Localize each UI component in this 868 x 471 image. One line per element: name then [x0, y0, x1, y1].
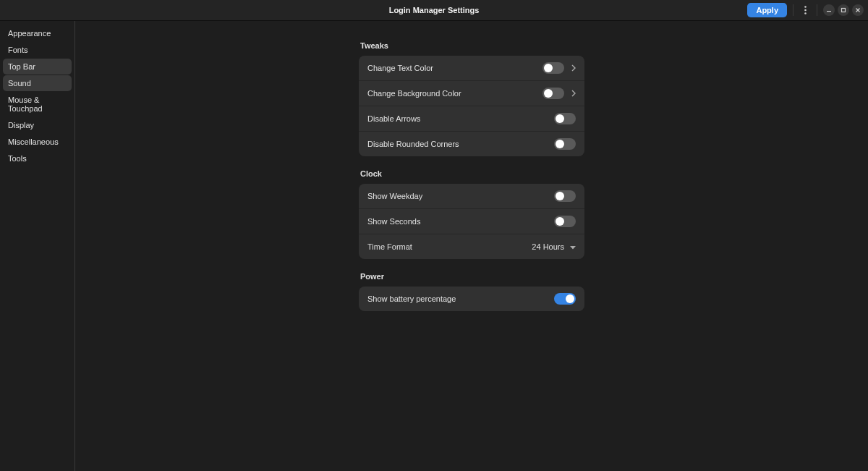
chevron-right-icon: [571, 90, 576, 97]
window-title: Login Manager Settings: [389, 6, 480, 14]
row-change-text-color[interactable]: Change Text Color: [359, 56, 584, 81]
toggle-show-weekday[interactable]: [554, 190, 576, 202]
minimize-button[interactable]: [823, 4, 835, 16]
svg-point-1: [804, 9, 807, 12]
toggle-battery-percentage[interactable]: [554, 293, 576, 305]
row-show-seconds: Show Seconds: [359, 209, 584, 234]
kebab-icon: [804, 6, 807, 14]
toggle-disable-rounded-corners[interactable]: [554, 138, 576, 150]
sidebar: Appearance Fonts Top Bar Sound Mouse & T…: [0, 21, 75, 471]
row-time-format[interactable]: Time Format 24 Hours: [359, 234, 584, 259]
svg-point-0: [804, 6, 807, 8]
sidebar-item-appearance[interactable]: Appearance: [3, 25, 72, 41]
svg-point-2: [804, 12, 807, 14]
row-label: Time Format: [367, 242, 412, 251]
row-label: Show battery percentage: [367, 294, 456, 303]
clock-title: Clock: [359, 169, 868, 178]
sidebar-item-top-bar[interactable]: Top Bar: [3, 59, 72, 75]
svg-rect-4: [842, 9, 846, 12]
row-label: Change Background Color: [367, 89, 461, 98]
sidebar-item-mouse-touchpad[interactable]: Mouse & Touchpad: [3, 92, 72, 116]
chevron-right-icon: [571, 64, 576, 72]
power-group: Show battery percentage: [359, 287, 584, 311]
menu-button[interactable]: [799, 3, 811, 17]
maximize-icon: [841, 7, 846, 13]
apply-button[interactable]: Apply: [747, 3, 787, 17]
tweaks-group: Change Text Color Change Background Colo…: [359, 56, 584, 156]
close-button[interactable]: [852, 4, 864, 16]
toggle-change-bg-color[interactable]: [542, 88, 564, 99]
row-disable-rounded-corners: Disable Rounded Corners: [359, 132, 584, 156]
toggle-disable-arrows[interactable]: [554, 113, 576, 124]
time-format-value: 24 Hours: [532, 242, 564, 251]
toggle-change-text-color[interactable]: [542, 62, 564, 74]
main-content: Tweaks Change Text Color Change Backgrou…: [75, 21, 868, 471]
row-disable-arrows: Disable Arrows: [359, 106, 584, 132]
sidebar-item-sound[interactable]: Sound: [3, 75, 72, 91]
clock-section: Clock Show Weekday Show Seconds: [359, 169, 868, 259]
row-battery-percentage: Show battery percentage: [359, 287, 584, 311]
separator: [817, 4, 817, 16]
row-change-bg-color[interactable]: Change Background Color: [359, 81, 584, 106]
close-icon: [855, 7, 861, 13]
caret-down-icon: [570, 242, 576, 251]
row-label: Show Weekday: [367, 192, 422, 200]
row-label: Change Text Color: [367, 64, 433, 72]
minimize-icon: [826, 7, 832, 13]
row-show-weekday: Show Weekday: [359, 184, 584, 209]
toggle-show-seconds[interactable]: [554, 216, 576, 227]
power-title: Power: [359, 272, 868, 281]
row-label: Disable Arrows: [367, 114, 420, 123]
row-label: Show Seconds: [367, 217, 420, 226]
sidebar-item-display[interactable]: Display: [3, 117, 72, 133]
maximize-button[interactable]: [838, 4, 849, 16]
header-actions: Apply: [747, 3, 864, 17]
power-section: Power Show battery percentage: [359, 272, 868, 311]
sidebar-item-miscellaneous[interactable]: Miscellaneous: [3, 134, 72, 150]
svg-rect-3: [827, 11, 831, 12]
clock-group: Show Weekday Show Seconds Time Format: [359, 184, 584, 259]
time-format-select[interactable]: 24 Hours: [532, 242, 576, 251]
sidebar-item-fonts[interactable]: Fonts: [3, 42, 72, 58]
tweaks-section: Tweaks Change Text Color Change Backgrou…: [359, 41, 868, 156]
separator: [793, 4, 793, 16]
header-bar: Login Manager Settings Apply: [0, 0, 868, 21]
tweaks-title: Tweaks: [359, 41, 868, 50]
row-label: Disable Rounded Corners: [367, 140, 459, 148]
sidebar-item-tools[interactable]: Tools: [3, 150, 72, 166]
